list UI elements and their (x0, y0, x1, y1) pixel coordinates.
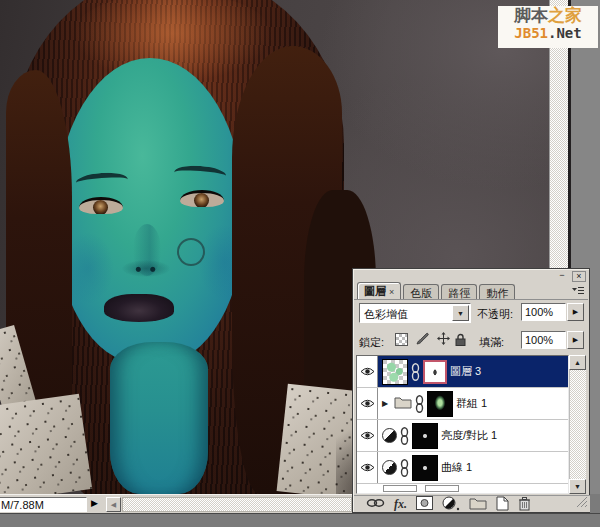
tab-separator (354, 299, 588, 300)
hscroll-left-button[interactable]: ◀ (106, 497, 121, 512)
link-layers-icon[interactable] (366, 498, 385, 510)
mask-link-chain-icon[interactable] (400, 427, 409, 445)
document-horizontal-scrollbar[interactable] (122, 497, 352, 512)
layer-thumbnail[interactable] (382, 359, 408, 385)
blend-mode-dropdown[interactable]: 色彩增值 ▼ (359, 303, 471, 323)
partial-thumbnail (425, 485, 459, 492)
lock-label: 鎖定: (359, 335, 384, 350)
tab-close-icon[interactable]: × (389, 287, 394, 297)
new-adjustment-layer-icon[interactable] (442, 496, 460, 513)
blend-mode-dropdown-arrow-icon[interactable]: ▼ (452, 305, 469, 321)
adjustment-mask-thumbnail[interactable] (412, 423, 438, 449)
status-menu-arrow-icon[interactable]: ▶ (91, 498, 98, 508)
visibility-eye-icon[interactable] (357, 452, 378, 483)
scroll-up-icon[interactable]: ▲ (569, 355, 586, 370)
panel-resize-grip[interactable] (576, 496, 588, 510)
partial-thumbnail (383, 485, 417, 492)
lock-position-move-icon[interactable] (435, 332, 451, 348)
tab-channels[interactable]: 色版 (403, 284, 439, 299)
layer-row-curves[interactable]: 曲線 1 (357, 452, 568, 484)
photo-eye (79, 197, 123, 214)
layer-row-layer3[interactable]: 圖層 3 (357, 356, 568, 388)
fill-slider-arrow-icon[interactable]: ▶ (567, 331, 584, 349)
visibility-eye-icon[interactable] (357, 388, 378, 419)
document-size-readout: M/7.88M (0, 497, 87, 512)
layer-list-scrollbar[interactable]: ▲ ▼ (569, 355, 586, 494)
adjustment-mask-thumbnail[interactable] (412, 455, 438, 481)
opacity-slider-arrow-icon[interactable]: ▶ (567, 303, 584, 321)
photo-eye (180, 190, 224, 207)
photo-neck (110, 342, 208, 494)
panel-minimize-button[interactable]: − (555, 271, 569, 282)
group-mask-thumbnail[interactable] (427, 391, 453, 417)
new-group-folder-icon[interactable] (469, 497, 487, 512)
lock-transparency-icon[interactable] (395, 333, 408, 346)
brush-cursor-circle (177, 238, 205, 266)
layers-panel: − × 圖層× 色版 路徑 動作 色彩增值 ▼ 不透明: 100% ▶ 鎖定: (352, 268, 590, 513)
scroll-track[interactable] (569, 370, 586, 479)
watermark-domain: JB51.Net (498, 26, 598, 41)
layer-name[interactable]: 曲線 1 (441, 460, 472, 475)
layer-list: 圖層 3 ▶ 群組 1 (356, 355, 569, 494)
tab-paths[interactable]: 路徑 (441, 284, 477, 299)
mask-link-chain-icon[interactable] (415, 395, 424, 413)
panel-menu-icon[interactable] (570, 284, 586, 297)
photo-clothing (0, 394, 92, 494)
layer-name[interactable]: 圖層 3 (450, 364, 481, 379)
layer-row-group1[interactable]: ▶ 群組 1 (357, 388, 568, 420)
lock-all-padlock-icon[interactable] (455, 333, 466, 348)
photo-nose-tip (122, 260, 170, 277)
adjustment-layer-icon[interactable] (382, 428, 397, 443)
visibility-eye-icon[interactable] (357, 420, 378, 451)
window-bottom-edge (0, 513, 600, 527)
tab-layers[interactable]: 圖層× (357, 282, 401, 299)
layer-mask-thumbnail-selected[interactable] (423, 360, 447, 384)
layer-name[interactable]: 亮度/對比 1 (441, 428, 497, 443)
scroll-down-icon[interactable]: ▼ (569, 479, 586, 494)
watermark-site-name: 脚本之家 (498, 7, 598, 26)
group-expand-triangle-icon[interactable]: ▶ (382, 399, 391, 408)
tab-actions[interactable]: 動作 (479, 284, 515, 299)
layer-row-brightness-contrast[interactable]: 亮度/對比 1 (357, 420, 568, 452)
fill-label: 填滿: (479, 335, 504, 350)
visibility-eye-icon[interactable] (357, 356, 378, 387)
layer-style-fx-icon[interactable]: fx. (394, 497, 407, 512)
delete-layer-trash-icon[interactable] (518, 496, 531, 513)
photoshop-window: 脚本之家 JB51.Net M/7.88M ▶ ◀ − × 圖層× 色版 路徑 … (0, 0, 600, 527)
panel-close-button[interactable]: × (572, 271, 586, 282)
layer-name[interactable]: 群組 1 (456, 396, 487, 411)
new-layer-icon[interactable] (496, 496, 509, 513)
opacity-field[interactable]: 100% (521, 303, 566, 321)
panel-bottom-bar: fx. (354, 495, 590, 512)
fill-field[interactable]: 100% (521, 331, 566, 349)
lock-image-brush-icon[interactable] (415, 332, 431, 348)
mask-link-chain-icon[interactable] (400, 459, 409, 477)
group-folder-icon (394, 396, 412, 411)
watermark: 脚本之家 JB51.Net (498, 6, 598, 48)
panel-tabs: 圖層× 色版 路徑 動作 (357, 282, 515, 299)
photo-lips (104, 294, 174, 322)
adjustment-layer-icon[interactable] (382, 460, 397, 475)
mask-link-chain-icon[interactable] (411, 363, 420, 381)
add-layer-mask-icon[interactable] (416, 496, 433, 512)
opacity-label: 不透明: (477, 307, 513, 322)
layer-row-partial (357, 484, 568, 493)
